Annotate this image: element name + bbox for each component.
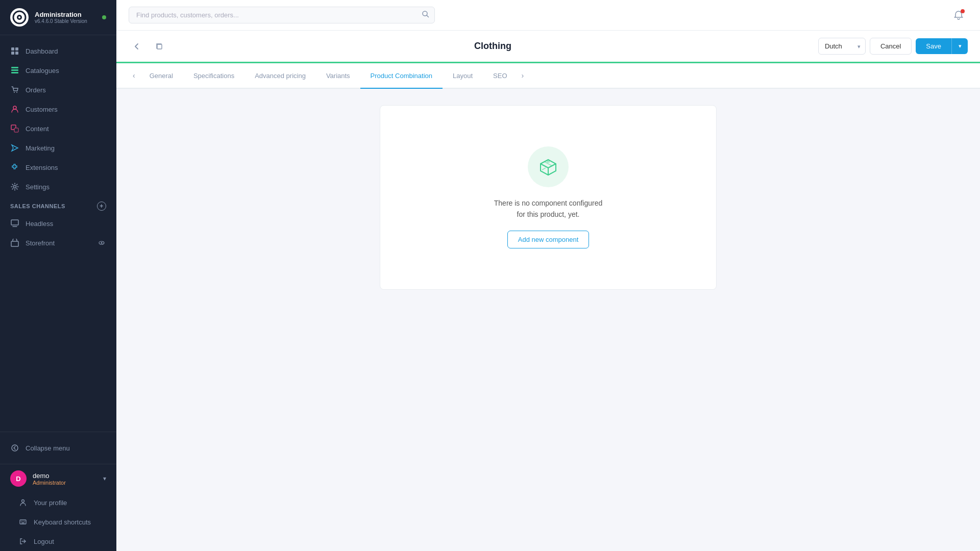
logout-link[interactable]: Logout (0, 532, 116, 551)
svg-rect-29 (157, 44, 162, 49)
language-select[interactable]: Dutch English French German (818, 38, 866, 55)
sidebar-item-marketing[interactable]: Marketing (0, 138, 116, 158)
topbar-right (949, 6, 968, 24)
user-name: demo (33, 472, 97, 480)
svg-point-12 (13, 106, 16, 109)
svg-rect-18 (11, 241, 18, 246)
sidebar-item-extensions[interactable]: Extensions (0, 158, 116, 177)
svg-rect-27 (21, 522, 24, 523)
app-logo (10, 8, 29, 27)
sidebar-item-headless[interactable]: Headless (0, 214, 116, 233)
svg-rect-17 (11, 220, 18, 225)
svg-rect-8 (11, 69, 18, 71)
tab-advanced-pricing[interactable]: Advanced pricing (244, 64, 316, 89)
app-version: v6.4.6.0 Stable Version (35, 18, 96, 24)
user-role: Administrator (33, 480, 97, 486)
search-input[interactable] (129, 7, 435, 23)
save-button-group: Save ▾ (916, 38, 968, 54)
sales-channels-section: Sales Channels + (0, 196, 116, 214)
svg-rect-3 (11, 47, 14, 51)
notification-dot (961, 9, 965, 13)
user-info: demo Administrator (33, 472, 97, 486)
collapse-menu-label: Collapse menu (26, 444, 70, 452)
storefront-icon (10, 238, 19, 247)
content-area: There is no component configured for thi… (116, 89, 980, 551)
svg-point-16 (14, 186, 16, 188)
sidebar-item-storefront[interactable]: Storefront (0, 233, 116, 253)
empty-state-card: There is no component configured for thi… (380, 105, 717, 290)
empty-state-text: There is no component configured for thi… (494, 197, 602, 220)
svg-rect-26 (24, 521, 26, 522)
sidebar-item-label: Storefront (26, 239, 55, 247)
user-section: D demo Administrator ▾ Your profile Keyb… (0, 464, 116, 551)
svg-rect-23 (20, 520, 26, 524)
svg-point-10 (14, 92, 15, 93)
sidebar-bottom: Collapse menu (0, 432, 116, 464)
sidebar-item-label: Headless (26, 220, 53, 228)
marketing-icon (10, 143, 19, 153)
main-nav: Dashboard Catalogues Orders Customers Co… (0, 35, 116, 432)
sidebar-item-customers[interactable]: Customers (0, 99, 116, 119)
sidebar-item-label: Marketing (26, 144, 55, 152)
avatar: D (10, 470, 27, 487)
save-button[interactable]: Save (916, 38, 951, 54)
sidebar-item-dashboard[interactable]: Dashboard (0, 41, 116, 61)
empty-box-icon (538, 157, 558, 177)
tab-next-arrow[interactable]: › (518, 63, 528, 88)
keyboard-shortcuts-label: Keyboard shortcuts (34, 518, 91, 526)
svg-point-20 (101, 242, 103, 244)
svg-point-21 (12, 445, 18, 451)
notifications-button[interactable] (949, 6, 968, 24)
copy-button[interactable] (151, 38, 167, 55)
headless-icon (10, 219, 19, 228)
back-button[interactable] (129, 38, 145, 55)
eye-icon (97, 238, 106, 247)
tab-variants[interactable]: Variants (316, 64, 360, 89)
tab-layout[interactable]: Layout (443, 64, 483, 89)
sidebar-header: Administration v6.4.6.0 Stable Version (0, 0, 116, 35)
save-dropdown-button[interactable]: ▾ (951, 38, 968, 54)
svg-point-22 (22, 500, 24, 503)
sidebar-item-label: Content (26, 125, 49, 133)
sidebar-item-content[interactable]: Content (0, 119, 116, 138)
profile-label: Your profile (34, 499, 67, 507)
product-title: Clothing (174, 41, 812, 52)
sidebar-item-orders[interactable]: Orders (0, 80, 116, 99)
svg-rect-5 (11, 52, 14, 55)
content-icon (10, 124, 19, 133)
svg-rect-7 (11, 67, 18, 68)
tab-specifications[interactable]: Specifications (183, 64, 244, 89)
header-actions: Dutch English French German ▾ Cancel Sav… (818, 38, 968, 55)
svg-rect-14 (14, 128, 18, 132)
svg-rect-30 (547, 161, 550, 163)
language-selector-wrap: Dutch English French German ▾ (818, 38, 866, 55)
catalogues-icon (10, 66, 19, 75)
svg-rect-6 (15, 52, 18, 55)
svg-marker-15 (12, 145, 18, 151)
tab-product-combination[interactable]: Product Combination (360, 64, 443, 89)
cancel-button[interactable]: Cancel (870, 38, 912, 55)
customers-icon (10, 105, 19, 114)
collapse-icon (10, 443, 19, 453)
sidebar-item-settings[interactable]: Settings (0, 177, 116, 196)
sidebar-brand: Administration v6.4.6.0 Stable Version (35, 11, 96, 24)
add-component-button[interactable]: Add new component (507, 231, 590, 248)
collapse-menu-button[interactable]: Collapse menu (0, 438, 116, 458)
empty-icon-container (528, 146, 569, 187)
profile-icon (18, 498, 28, 507)
user-menu-toggle[interactable]: D demo Administrator ▾ (0, 464, 116, 493)
tab-prev-arrow[interactable]: ‹ (129, 63, 139, 88)
app-name: Administration (35, 11, 96, 18)
keyboard-shortcuts-link[interactable]: Keyboard shortcuts (0, 512, 116, 532)
chevron-down-icon: ▾ (103, 475, 106, 482)
topbar (116, 0, 980, 31)
svg-point-11 (16, 92, 17, 93)
add-sales-channel-button[interactable]: + (97, 202, 106, 211)
svg-point-2 (18, 16, 20, 18)
sidebar-item-catalogues[interactable]: Catalogues (0, 61, 116, 80)
your-profile-link[interactable]: Your profile (0, 493, 116, 512)
tab-general[interactable]: General (139, 64, 183, 89)
tab-seo[interactable]: SEO (483, 64, 517, 89)
sidebar: Administration v6.4.6.0 Stable Version D… (0, 0, 116, 551)
product-header: Clothing Dutch English French German ▾ C… (116, 31, 980, 63)
